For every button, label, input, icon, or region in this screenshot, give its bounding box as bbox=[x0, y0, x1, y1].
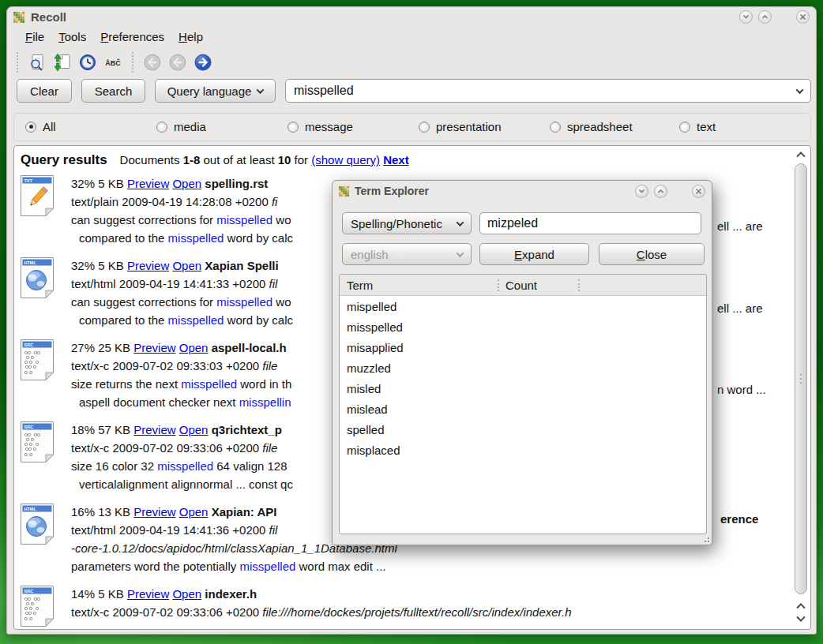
results-count-text: 10 bbox=[278, 153, 291, 167]
result-text-segment: word max edit ... bbox=[295, 560, 385, 573]
result-text-segment: text/html 2009-04-19 14:41:33 +0200 bbox=[71, 277, 269, 290]
category-radio-message[interactable]: message bbox=[287, 120, 353, 133]
search-query-combobox[interactable]: misspelled bbox=[285, 79, 811, 103]
expansion-mode-select[interactable]: Spelling/Phonetic bbox=[342, 212, 472, 234]
preview-link[interactable]: Preview bbox=[133, 505, 175, 519]
scrollbar-thumb[interactable] bbox=[795, 163, 807, 594]
radio-icon[interactable] bbox=[550, 122, 561, 133]
nav-back-button[interactable] bbox=[167, 51, 189, 73]
result-text-segment: file bbox=[262, 359, 277, 373]
open-link[interactable]: Open bbox=[179, 341, 209, 354]
result-text-segment: aspell-local.h bbox=[212, 341, 287, 354]
term-row[interactable]: misspelled bbox=[340, 316, 706, 337]
resize-grip[interactable] bbox=[703, 536, 709, 542]
result-text-segment: file:///home/dockes/projets/fulltext/rec… bbox=[262, 605, 571, 619]
nav-forward-button[interactable] bbox=[192, 51, 214, 73]
menu-file[interactable]: File bbox=[18, 28, 51, 45]
radio-icon[interactable] bbox=[679, 122, 690, 133]
term-row[interactable]: muzzled bbox=[340, 358, 706, 378]
term-row[interactable]: mispelled bbox=[340, 296, 706, 316]
update-index-button[interactable] bbox=[51, 51, 73, 73]
preview-link[interactable]: Preview bbox=[127, 259, 169, 272]
column-separator[interactable] bbox=[498, 279, 499, 291]
chevron-down-icon bbox=[257, 86, 265, 94]
term-table-header[interactable]: Term Count bbox=[340, 275, 706, 296]
results-scrollbar[interactable] bbox=[793, 148, 809, 627]
term-row[interactable]: mislead bbox=[340, 399, 706, 419]
preview-document-button[interactable] bbox=[26, 51, 48, 73]
term-row[interactable]: spelled bbox=[340, 419, 706, 440]
term-row[interactable]: misplaced bbox=[340, 440, 706, 460]
results-count-text: out of at least bbox=[200, 153, 277, 167]
maximize-window-icon[interactable] bbox=[654, 185, 667, 198]
preview-link[interactable]: Preview bbox=[133, 341, 175, 354]
clear-button[interactable]: Clear bbox=[17, 79, 72, 103]
radio-icon[interactable] bbox=[156, 122, 167, 133]
toolbar-drag-handle[interactable] bbox=[132, 52, 137, 73]
category-radio-media[interactable]: media bbox=[156, 120, 206, 133]
shade-window-icon[interactable] bbox=[739, 10, 753, 24]
preview-link[interactable]: Preview bbox=[133, 423, 175, 436]
expand-button[interactable]: Expand bbox=[479, 243, 589, 265]
expansion-mode-value: Spelling/Phonetic bbox=[351, 217, 442, 230]
term-row[interactable]: misled bbox=[340, 378, 706, 399]
term-input-value: mizpeled bbox=[487, 216, 538, 230]
category-filter-row: Allmediamessagepresentationspreadsheette… bbox=[13, 113, 811, 141]
history-clock-button[interactable] bbox=[77, 51, 99, 73]
category-radio-text[interactable]: text bbox=[679, 120, 716, 133]
result-text-segment: 32% 5 KB bbox=[71, 259, 127, 272]
result-text: 14% 5 KB Preview Open indexer.htext/x-c … bbox=[71, 585, 572, 629]
close-button[interactable]: Close bbox=[599, 243, 705, 265]
term-input[interactable]: mizpeled bbox=[479, 212, 701, 234]
hit-term: misspelled bbox=[216, 295, 272, 309]
search-row: Clear Search Query language misspelled bbox=[7, 78, 816, 105]
toolbar-drag-handle[interactable] bbox=[17, 52, 21, 73]
radio-icon[interactable] bbox=[419, 122, 430, 133]
result-text-segment: can suggest corrections for bbox=[71, 295, 216, 309]
show-query-link[interactable]: (show query) bbox=[311, 153, 380, 167]
shade-window-icon[interactable] bbox=[635, 185, 648, 198]
open-link[interactable]: Open bbox=[179, 505, 209, 519]
result-text-segment: 27% 25 KB bbox=[71, 341, 133, 354]
close-window-icon[interactable] bbox=[692, 185, 705, 198]
open-link[interactable]: Open bbox=[179, 423, 209, 436]
category-radio-spreadsheet[interactable]: spreadsheet bbox=[550, 120, 633, 133]
result-text-segment: verticalalignment alignnormal ... const … bbox=[79, 477, 293, 491]
chevron-down-icon bbox=[457, 249, 464, 257]
query-language-select[interactable]: Query language bbox=[155, 79, 276, 103]
column-term[interactable]: Term bbox=[340, 279, 373, 292]
maximize-window-icon[interactable] bbox=[758, 10, 772, 24]
column-separator[interactable] bbox=[578, 279, 580, 291]
radio-icon[interactable] bbox=[25, 122, 36, 133]
preview-link[interactable]: Preview bbox=[127, 177, 169, 190]
category-radio-all[interactable]: All bbox=[25, 120, 56, 133]
html-file-icon: HTML bbox=[19, 256, 58, 301]
term-explorer-abc-button[interactable]: ÅBĈ bbox=[102, 51, 124, 73]
radio-icon[interactable] bbox=[287, 122, 299, 133]
open-link[interactable]: Open bbox=[172, 259, 201, 272]
term-row[interactable]: misapplied bbox=[340, 337, 706, 358]
result-text-fragment: ell ... are bbox=[717, 301, 763, 315]
scroll-up-icon[interactable] bbox=[794, 148, 808, 160]
scroll-up-icon[interactable] bbox=[794, 599, 808, 612]
menu-help[interactable]: Help bbox=[171, 28, 210, 45]
open-link[interactable]: Open bbox=[172, 587, 201, 601]
close-window-icon[interactable] bbox=[796, 10, 810, 24]
dialog-title-bar[interactable]: Term Explorer bbox=[333, 181, 712, 201]
src-file-icon: SRC bbox=[19, 421, 58, 465]
scroll-down-icon[interactable] bbox=[794, 613, 808, 626]
svg-text:SRC: SRC bbox=[24, 589, 34, 593]
menu-preferences[interactable]: Preferences bbox=[93, 28, 171, 45]
category-radio-presentation[interactable]: presentation bbox=[419, 120, 502, 133]
preview-link[interactable]: Preview bbox=[127, 587, 169, 601]
menu-tools[interactable]: Tools bbox=[51, 28, 93, 45]
open-link[interactable]: Open bbox=[172, 177, 201, 190]
column-count[interactable]: Count bbox=[505, 279, 537, 292]
search-button[interactable]: Search bbox=[81, 79, 145, 103]
nav-first-button[interactable] bbox=[141, 51, 163, 73]
html-file-icon: HTML bbox=[19, 503, 58, 547]
next-page-link[interactable]: Next bbox=[383, 153, 409, 167]
title-bar[interactable]: Recoll bbox=[7, 7, 816, 26]
result-text-segment: 18% 57 KB bbox=[71, 423, 133, 436]
hit-term: misspelled bbox=[181, 377, 237, 391]
